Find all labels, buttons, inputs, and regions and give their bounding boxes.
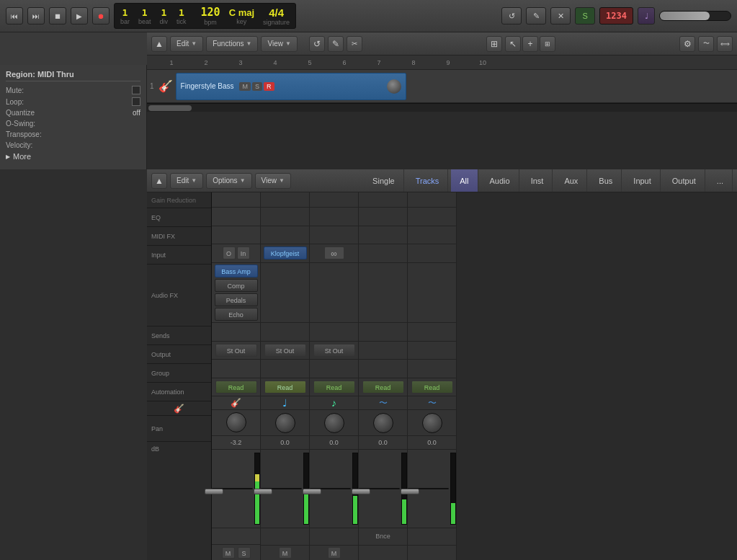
ch1-read-button[interactable]: Read	[215, 381, 257, 394]
ch1-pedals-plugin[interactable]: Pedals	[215, 293, 258, 306]
tab-audio[interactable]: Audio	[481, 169, 519, 192]
mixer-row-labels: Gain Reduction EQ MIDI FX Input Audio FX…	[147, 192, 212, 560]
add-button[interactable]: +	[522, 36, 538, 52]
expand-button[interactable]: ⟺	[717, 36, 733, 52]
ch2-fader-thumb[interactable]	[254, 489, 272, 494]
ch4-read-button[interactable]: Read	[362, 381, 404, 394]
ch4-pan	[359, 410, 407, 435]
loop-toggle-button[interactable]: ↺	[309, 36, 325, 52]
functions-button[interactable]: Functions ▼	[206, 36, 258, 52]
arrange-up-button[interactable]: ▲	[151, 36, 167, 52]
mute-checkbox[interactable]	[132, 86, 140, 94]
mixer-edit-button[interactable]: Edit ▼	[170, 173, 203, 189]
ch4-waveform-icon: 〜	[379, 397, 388, 409]
sync-button[interactable]: S	[575, 7, 595, 25]
edit-button[interactable]: Edit ▼	[170, 36, 203, 52]
ch2-klopfgeist-button[interactable]: Klopfgeist	[264, 246, 307, 259]
scissors-tool-button[interactable]: ✂	[347, 36, 362, 52]
ch1-fader-area	[212, 450, 260, 528]
metronome-button[interactable]: ♩	[638, 7, 655, 25]
bar-display: 1 bar	[120, 7, 130, 25]
stop-button[interactable]: ⏹	[49, 7, 66, 25]
ch1-solo-btn[interactable]: S	[238, 547, 251, 559]
ch1-fader-thumb[interactable]	[205, 489, 223, 494]
grid-button[interactable]: ⊞	[540, 36, 555, 52]
ch2-mute-btn[interactable]: M	[279, 547, 292, 559]
ch5-read-button[interactable]: Read	[411, 381, 453, 394]
sends-label: Sends	[147, 326, 211, 345]
ch5-meter	[450, 453, 456, 525]
view-button[interactable]: View ▼	[261, 36, 297, 52]
tab-aux[interactable]: Aux	[555, 169, 587, 192]
tab-more[interactable]: ...	[708, 169, 733, 192]
arrange-scrollbar-thumb[interactable]	[148, 105, 192, 111]
pencil-button[interactable]: ✎	[526, 7, 546, 25]
tab-output[interactable]: Output	[664, 169, 705, 192]
tab-input[interactable]: Input	[625, 169, 660, 192]
more-triangle-icon: ▶	[6, 154, 10, 160]
ch5-eq	[408, 208, 456, 226]
ch5-fader-thumb[interactable]	[401, 489, 419, 494]
tab-inst[interactable]: Inst	[522, 169, 553, 192]
key-display: C maj key	[229, 7, 254, 25]
ch1-bassamp-plugin[interactable]: Bass Amp	[215, 265, 258, 277]
pointer-tool-button[interactable]: ↖	[505, 36, 521, 52]
ch2-stout-button[interactable]: St Out	[264, 344, 306, 357]
midifx-label: MIDI FX	[147, 227, 211, 246]
rewind-button[interactable]: ⏮	[6, 7, 23, 25]
tab-all[interactable]: All	[451, 169, 478, 192]
ch1-echo-plugin[interactable]: Echo	[215, 308, 258, 321]
ch3-mute: M	[310, 545, 358, 560]
waveform-button[interactable]: 〜	[698, 36, 714, 52]
m-button[interactable]: M	[239, 82, 251, 91]
cycle-button[interactable]: ↺	[501, 7, 522, 25]
ch1-db-value: -3.2	[231, 439, 242, 446]
s-button[interactable]: S	[252, 82, 262, 91]
mixer-up-button[interactable]: ▲	[151, 173, 167, 189]
ch1-pan-knob[interactable]	[226, 412, 246, 432]
tab-single[interactable]: Single	[364, 169, 404, 192]
volume-slider[interactable]	[659, 11, 731, 21]
tab-tracks[interactable]: Tracks	[407, 169, 449, 192]
ch2-pan	[261, 410, 309, 435]
ch5-pan-knob[interactable]	[422, 413, 442, 433]
close-button[interactable]: ✕	[550, 7, 571, 25]
ch1-stout-button[interactable]: St Out	[215, 344, 257, 357]
ch1-mute-btn[interactable]: M	[222, 547, 235, 559]
ch1-input-o-button[interactable]: O	[223, 246, 236, 259]
ch3-read-button[interactable]: Read	[313, 381, 355, 394]
ch3-stout-button[interactable]: St Out	[313, 344, 355, 357]
ch2-read-button[interactable]: Read	[264, 381, 306, 394]
ch3-mute-btn[interactable]: M	[328, 547, 341, 559]
ch4-fader-thumb[interactable]	[352, 489, 370, 494]
filter-button[interactable]: ⊞	[486, 36, 502, 52]
play-button[interactable]: ▶	[71, 7, 88, 25]
fast-forward-button[interactable]: ⏭	[27, 7, 45, 25]
pencil-tool-button[interactable]: ✎	[328, 36, 344, 52]
ch2-midifx	[261, 226, 309, 244]
r-button[interactable]: R	[264, 82, 274, 91]
tab-bus[interactable]: Bus	[590, 169, 622, 192]
track-region[interactable]: Fingerstyle Bass M S R	[176, 73, 406, 100]
ch2-pan-knob[interactable]	[275, 413, 295, 433]
more-button[interactable]: ▶ More	[6, 151, 140, 162]
arrange-scrollbar[interactable]	[147, 103, 737, 112]
bpm-display: 120 bpm	[201, 6, 220, 26]
mixer-options-button[interactable]: Options ▼	[206, 173, 251, 189]
settings-button[interactable]: ⚙	[679, 36, 695, 52]
record-button[interactable]: ⏺	[92, 7, 110, 25]
ch1-input-in-button[interactable]: In	[237, 246, 250, 259]
mixer-view-button[interactable]: View ▼	[255, 173, 291, 189]
ch1-comp-plugin[interactable]: Comp	[215, 279, 258, 292]
ch4-bounce: Bnce	[359, 528, 407, 544]
ch3-pan-knob[interactable]	[324, 413, 344, 433]
ch5-midifx	[408, 226, 456, 244]
loop-checkbox[interactable]	[132, 97, 140, 106]
ch3-chain-button[interactable]: ∞	[324, 246, 344, 259]
ch3-pan	[310, 410, 358, 435]
ch1-fader-track	[212, 488, 253, 489]
ch3-fader-thumb[interactable]	[303, 489, 321, 494]
track-volume-knob[interactable]	[387, 79, 401, 94]
ch1-bottom	[212, 528, 260, 544]
ch4-pan-knob[interactable]	[373, 413, 393, 433]
